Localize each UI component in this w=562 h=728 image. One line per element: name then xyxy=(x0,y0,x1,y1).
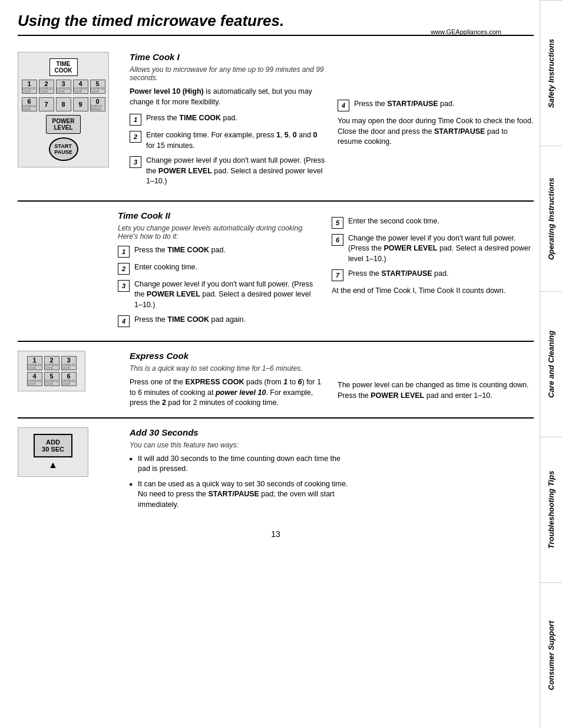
step-1-4: 4 Press the START/PAUSE pad. xyxy=(338,99,534,111)
step-1-2: 2 Enter cooking time. For example, press… xyxy=(130,130,326,151)
express-col-left: Express Cook This is a quick way to set … xyxy=(130,351,326,409)
page-wrapper: Using the timed microwave features. www.… xyxy=(0,0,562,728)
key-7[interactable]: 7 xyxy=(39,97,54,111)
add30-content: Add 30 Seconds You can use this feature … xyxy=(130,427,534,515)
time-cook-2-content: Time Cook II Lets you change power level… xyxy=(118,210,534,332)
add30-title: Add 30 Seconds xyxy=(130,427,353,437)
tab-consumer-support[interactable]: Consumer Support xyxy=(540,582,562,728)
tc2-spacer xyxy=(18,210,118,332)
main-content: Using the timed microwave features. www.… xyxy=(0,0,540,728)
express-key-4[interactable]: 4EXPRESS COOK xyxy=(27,372,42,386)
door-note: You may open the door during Time Cook t… xyxy=(338,116,534,147)
express-col-right: The power level can be changed as time i… xyxy=(338,351,534,409)
sidebar-tabs: Safety Instructions Operating Instructio… xyxy=(540,0,562,728)
time-cook-1-subtitle: Allows you to microwave for any time up … xyxy=(130,65,326,82)
key-2[interactable]: 2EXPRESS COOK xyxy=(39,80,54,94)
add30-keypad-area: ADD30 SEC ▲ xyxy=(18,427,118,515)
add30-bullet-2: It can be used as a quick way to set 30 … xyxy=(130,479,353,510)
express-cook-section: 1EXPRESS COOK 2EXPRESS COOK 3EXPRESS COO… xyxy=(18,342,534,419)
keypad-area-1: TIMECOOK 1EXPRESS COOK 2EXPRESS COOK 3EX… xyxy=(18,52,118,192)
add30-keypad-box: ADD30 SEC ▲ xyxy=(18,427,88,477)
add30-subtitle: You can use this feature two ways: xyxy=(130,441,353,449)
time-cook-2-subtitle: Lets you change power levels automatical… xyxy=(118,224,320,241)
key-row-1: 1EXPRESS COOK 2EXPRESS COOK 3EXPRESS COO… xyxy=(22,80,105,94)
add30-bullets: It will add 30 seconds to the time count… xyxy=(130,454,353,510)
add30-bullet-1: It will add 30 seconds to the time count… xyxy=(130,454,353,475)
express-cook-subtitle: This is a quick way to set cooking time … xyxy=(130,364,326,373)
express-keypad-box: 1EXPRESS COOK 2EXPRESS COOK 3EXPRESS COO… xyxy=(18,351,85,391)
power-note: Power level 10 (High) is automatically s… xyxy=(130,87,326,107)
step-2-6: 6 Change the power level if you don't wa… xyxy=(332,233,534,265)
key-5[interactable]: 5EXPRESS COOK xyxy=(90,80,105,94)
add30-key[interactable]: ADD30 SEC xyxy=(34,434,72,457)
step-2-3: 3 Change power level if you don't want f… xyxy=(118,279,320,311)
express-cook-title: Express Cook xyxy=(130,351,326,361)
express-key-2[interactable]: 2EXPRESS COOK xyxy=(44,356,59,370)
step-2-7: 7 Press the START/PAUSE pad. xyxy=(332,269,534,281)
key-3[interactable]: 3EXPRESS COOK xyxy=(56,80,71,94)
add30-col-left: Add 30 Seconds You can use this feature … xyxy=(130,427,353,515)
time-cook-1-section: TIMECOOK 1EXPRESS COOK 2EXPRESS COOK 3EX… xyxy=(18,43,534,202)
step-2-2: 2 Enter cooking time. xyxy=(118,262,320,275)
step-2-4: 4 Press the TIME COOK pad again. xyxy=(118,315,320,327)
key-0[interactable]: 0DISPLAY ON/OFF xyxy=(90,97,105,111)
keypad-box-1: TIMECOOK 1EXPRESS COOK 2EXPRESS COOK 3EX… xyxy=(18,52,109,167)
add30-arrow: ▲ xyxy=(48,460,58,470)
website-url: www.GEAppliances.com xyxy=(431,28,501,35)
express-key-1[interactable]: 1EXPRESS COOK xyxy=(27,356,42,370)
tab-care-and-cleaning[interactable]: Care and Cleaning xyxy=(540,291,562,437)
express-row-1: 1EXPRESS COOK 2EXPRESS COOK 3EXPRESS COO… xyxy=(27,356,77,370)
start-pause-key[interactable]: STARTPAUSE xyxy=(49,137,78,161)
express-key-5[interactable]: 5EXPRESS COOK xyxy=(44,372,59,386)
key-8[interactable]: 8 xyxy=(56,97,71,111)
step-1-3: 3 Change power level if you don't want f… xyxy=(130,156,326,187)
add-30-section: ADD30 SEC ▲ Add 30 Seconds You can use t… xyxy=(18,419,534,524)
key-1[interactable]: 1EXPRESS COOK xyxy=(22,80,37,94)
time-cook-2-col-right: 5 Enter the second cook time. 6 Change t… xyxy=(332,210,534,332)
step-2-5: 5 Enter the second cook time. xyxy=(332,216,534,229)
tab-operating-instructions[interactable]: Operating Instructions xyxy=(540,146,562,291)
express-key-3[interactable]: 3EXPRESS COOK xyxy=(61,356,77,370)
page-number: 13 xyxy=(18,523,534,545)
key-6[interactable]: 6EXPRESS COOK xyxy=(22,97,37,111)
time-cook-2-section: Time Cook II Lets you change power level… xyxy=(18,202,534,342)
express-cook-content: Express Cook This is a quick way to set … xyxy=(130,351,534,409)
time-cook-1-title: Time Cook I xyxy=(130,52,326,62)
time-cook-1-col-left: Time Cook I Allows you to microwave for … xyxy=(130,52,326,192)
time-cook-1-content: Time Cook I Allows you to microwave for … xyxy=(130,52,534,192)
time-cook-2-col-left: Time Cook II Lets you change power level… xyxy=(118,210,320,332)
time-cook-2-title: Time Cook II xyxy=(118,210,320,220)
express-row-2: 4EXPRESS COOK 5EXPRESS COOK 6EXPRESS COO… xyxy=(27,372,77,386)
power-level-key[interactable]: POWERLEVEL xyxy=(46,115,81,134)
key-4[interactable]: 4EXPRESS COOK xyxy=(73,80,88,94)
time-cook-1-col-right: 4 Press the START/PAUSE pad. You may ope… xyxy=(338,52,534,192)
express-key-6[interactable]: 6EXPRESS COOK xyxy=(61,372,77,386)
time-cook-key[interactable]: TIMECOOK xyxy=(49,58,78,76)
key-row-2: 6EXPRESS COOK 7 8 9 0DISPLAY ON/OFF xyxy=(22,97,105,111)
express-right-text: The power level can be changed as time i… xyxy=(338,380,534,401)
step-1-1: 1 Press the TIME COOK pad. xyxy=(130,113,326,126)
step-2-1: 1 Press the TIME COOK pad. xyxy=(118,245,320,258)
express-cook-body: Press one of the EXPRESS COOK pads (from… xyxy=(130,377,326,409)
tab-troubleshooting-tips[interactable]: Troubleshooting Tips xyxy=(540,437,562,582)
key-9[interactable]: 9 xyxy=(73,97,88,111)
tab-safety-instructions[interactable]: Safety Instructions xyxy=(540,0,562,146)
end-note: At the end of Time Cook I, Time Cook II … xyxy=(332,286,534,297)
express-keypad-area: 1EXPRESS COOK 2EXPRESS COOK 3EXPRESS COO… xyxy=(18,351,118,409)
